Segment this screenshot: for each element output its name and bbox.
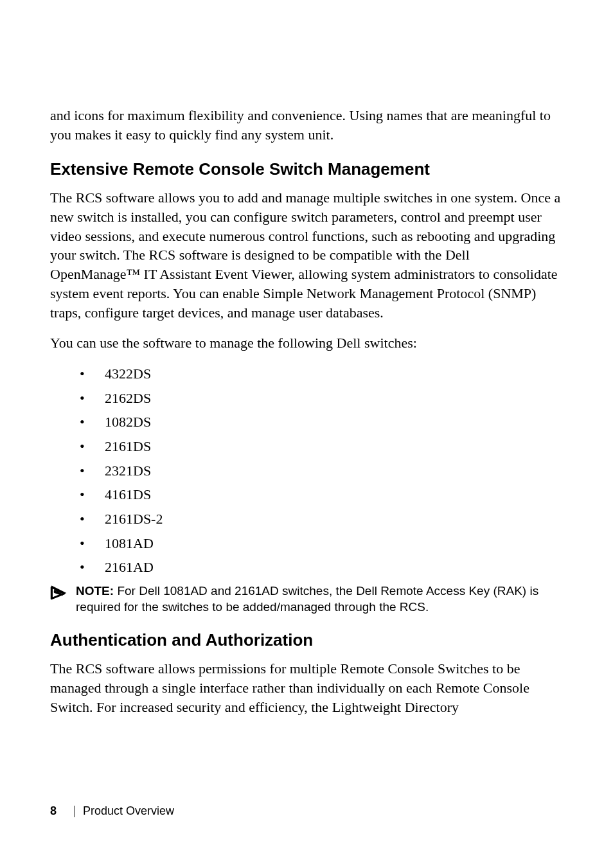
note-label: NOTE: [76, 584, 114, 598]
note-text: NOTE: For Dell 1081AD and 2161AD switche… [76, 583, 563, 615]
list-item: 1082DS [50, 412, 563, 432]
list-item: 2162DS [50, 389, 563, 408]
section1-para2: You can use the software to manage the f… [50, 333, 563, 353]
intro-paragraph: and icons for maximum flexibility and co… [50, 106, 563, 144]
section2-para1: The RCS software allows permissions for … [50, 659, 563, 716]
list-item: 2161DS-2 [50, 509, 563, 529]
note-body: For Dell 1081AD and 2161AD switches, the… [76, 584, 538, 614]
page-number: 8 [50, 804, 57, 817]
page-container: and icons for maximum flexibility and co… [0, 0, 613, 868]
note-icon [50, 585, 68, 600]
footer-section-name: Product Overview [83, 804, 174, 817]
section-heading-auth: Authentication and Authorization [50, 630, 563, 650]
list-item: 4322DS [50, 364, 563, 384]
list-item: 4161DS [50, 485, 563, 504]
switch-model-list: 4322DS 2162DS 1082DS 2161DS 2321DS 4161D… [50, 364, 563, 577]
page-footer: 8Product Overview [50, 804, 174, 818]
list-item: 1081AD [50, 534, 563, 553]
note-block: NOTE: For Dell 1081AD and 2161AD switche… [50, 583, 563, 615]
footer-separator [75, 806, 75, 817]
list-item: 2161DS [50, 437, 563, 456]
list-item: 2321DS [50, 461, 563, 481]
section-heading-remote-management: Extensive Remote Console Switch Manageme… [50, 159, 563, 179]
list-item: 2161AD [50, 558, 563, 577]
section1-para1: The RCS software allows you to add and m… [50, 188, 563, 322]
